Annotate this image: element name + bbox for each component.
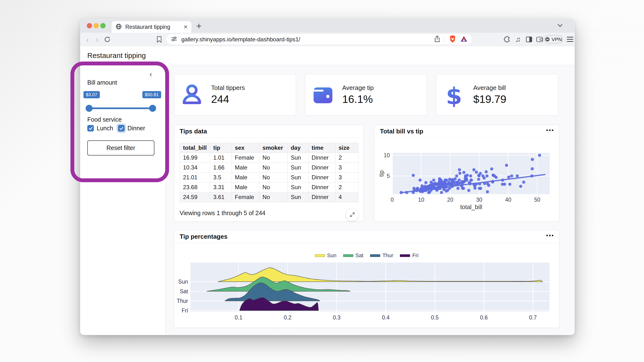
table-row[interactable]: 23.683.31MaleNoSunDinner2 xyxy=(180,182,358,192)
table-cell: Sun xyxy=(287,173,308,182)
legend-swatch xyxy=(370,254,380,257)
table-cell: Female xyxy=(232,192,259,202)
lunch-checkbox[interactable] xyxy=(87,125,94,131)
svg-text:5: 5 xyxy=(387,173,390,179)
legend-label: Fri xyxy=(412,252,418,259)
column-header[interactable]: day xyxy=(287,143,308,153)
forward-button[interactable]: › xyxy=(93,33,102,46)
value-box-average-bill: $ Average bill $19.79 xyxy=(436,74,558,116)
table-cell: Dinner xyxy=(308,153,335,163)
value-box-title: Total tippers xyxy=(211,84,245,92)
slider-selected-range[interactable] xyxy=(89,107,152,109)
bill-amount-label: Bill amount xyxy=(87,79,117,86)
column-header[interactable]: smoker xyxy=(259,143,287,153)
slider-handle-max[interactable] xyxy=(149,105,156,112)
reset-filter-button[interactable]: Reset filter xyxy=(87,140,154,156)
divider xyxy=(445,36,445,42)
share-icon[interactable] xyxy=(434,35,440,43)
value-box-title: Average tip xyxy=(342,84,374,92)
table-cell: Male xyxy=(232,173,259,182)
traffic-light-zoom-button[interactable] xyxy=(100,23,106,28)
lunch-checkbox-row: Lunch xyxy=(87,125,113,132)
column-header[interactable]: size xyxy=(335,143,358,153)
sidebar-toggle-icon[interactable] xyxy=(524,33,534,46)
brave-shield-icon[interactable] xyxy=(449,35,456,44)
slider-handle-min[interactable] xyxy=(86,105,92,112)
dollar-icon: $ xyxy=(442,83,466,107)
url-text[interactable]: gallery.shinyapps.io/template-dashboard-… xyxy=(181,36,434,43)
expand-table-button[interactable] xyxy=(346,208,359,221)
menu-button[interactable] xyxy=(565,33,575,46)
svg-text:0.6: 0.6 xyxy=(480,314,488,321)
table-cell: 3.31 xyxy=(210,182,232,192)
browser-tab[interactable]: Restaurant tipping × xyxy=(112,21,192,33)
card-title: Tip percentages xyxy=(180,233,228,240)
new-tab-button[interactable]: + xyxy=(196,21,202,31)
chart-legend: SunSatThurFri xyxy=(174,252,559,259)
table-cell: 3 xyxy=(335,173,358,182)
back-button[interactable]: ‹ xyxy=(83,33,92,46)
svg-text:Sun: Sun xyxy=(178,279,188,285)
svg-text:0: 0 xyxy=(391,197,394,203)
tab-close-icon[interactable]: × xyxy=(184,23,188,30)
tab-strip: Restaurant tipping × + xyxy=(80,19,574,33)
sidebar-collapse-button[interactable]: ‹ xyxy=(150,70,152,78)
shields-settings-icon[interactable] xyxy=(171,35,178,43)
app-header: Restaurant tipping xyxy=(80,46,574,65)
table-row[interactable]: 10.341.66MaleNoSunDinner3 xyxy=(180,163,358,173)
table-cell: 3.61 xyxy=(210,192,232,202)
legend-label: Sun xyxy=(327,252,336,259)
table-row[interactable]: 24.593.61FemaleNoSunDinner4 xyxy=(180,192,358,202)
card-title: Total bill vs tip xyxy=(380,128,423,135)
table-cell: Dinner xyxy=(308,163,335,173)
table-cell: Sun xyxy=(287,192,308,202)
table-cell: 2 xyxy=(335,182,358,192)
vpn-button[interactable]: VPN xyxy=(544,35,563,43)
svg-text:10: 10 xyxy=(384,152,390,158)
table-row[interactable]: 16.991.01FemaleNoSunDinner2 xyxy=(180,153,358,163)
bat-rewards-icon[interactable] xyxy=(460,35,468,43)
legend-item[interactable]: Thur xyxy=(370,252,393,259)
brave-wallet-icon[interactable] xyxy=(535,33,544,46)
card-menu-button[interactable]: ••• xyxy=(546,127,554,134)
legend-swatch xyxy=(343,254,353,257)
column-header[interactable]: total_bill xyxy=(180,143,210,153)
column-header[interactable]: tip xyxy=(210,143,232,153)
table-cell: No xyxy=(259,153,287,163)
scatter-plot: 01020304050510total_billtip xyxy=(374,125,560,222)
legend-label: Sat xyxy=(356,252,363,259)
tab-title: Restaurant tipping xyxy=(125,24,184,30)
svg-text:0.1: 0.1 xyxy=(235,314,242,321)
media-control-icon[interactable]: ♫ xyxy=(513,33,523,46)
svg-text:0.3: 0.3 xyxy=(333,314,340,321)
column-header[interactable]: time xyxy=(308,143,335,153)
svg-text:10: 10 xyxy=(418,197,424,203)
dinner-checkbox[interactable] xyxy=(118,125,124,131)
ridgeline-plot: SunSatThurFri0.10.20.30.40.50.60.7 xyxy=(174,230,560,328)
table-cell: 1.01 xyxy=(210,153,232,163)
traffic-light-minimize-button[interactable] xyxy=(94,23,99,28)
legend-swatch xyxy=(315,254,325,257)
vpn-status-icon xyxy=(545,37,550,41)
column-header[interactable]: sex xyxy=(232,143,259,153)
table-cell: 23.68 xyxy=(180,182,210,192)
table-cell: Female xyxy=(232,153,259,163)
slider-min-value: $3.07 xyxy=(84,91,100,98)
traffic-light-close-button[interactable] xyxy=(87,23,92,28)
legend-item[interactable]: Sat xyxy=(343,252,363,259)
legend-item[interactable]: Fri xyxy=(400,252,418,259)
card-menu-button[interactable]: ••• xyxy=(546,232,554,239)
check-icon xyxy=(119,126,124,130)
bookmark-icon[interactable] xyxy=(154,33,164,46)
address-bar[interactable]: gallery.shinyapps.io/template-dashboard-… xyxy=(166,34,472,44)
extensions-icon[interactable] xyxy=(502,33,512,46)
table-cell: 10.34 xyxy=(180,163,210,173)
reload-button[interactable] xyxy=(102,33,112,46)
table-cell: Sun xyxy=(287,153,308,163)
legend-item[interactable]: Sun xyxy=(315,252,336,259)
value-box-value: 16.1% xyxy=(342,93,374,105)
window-chevron-down-icon[interactable] xyxy=(556,23,564,29)
table-row[interactable]: 21.013.5MaleNoSunDinner3 xyxy=(180,173,358,182)
svg-text:Fri: Fri xyxy=(182,308,188,314)
svg-text:$: $ xyxy=(446,83,462,107)
